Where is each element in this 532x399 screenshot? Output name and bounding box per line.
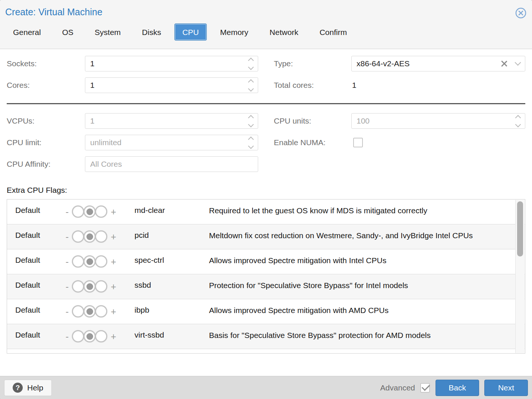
cpu-limit-input[interactable] — [85, 135, 258, 150]
create-vm-dialog: Create: Virtual Machine General OS Syste… — [0, 0, 532, 399]
cpu-flag-row-ibpb: Default - + ibpb Allows improved Spectre… — [7, 299, 525, 324]
tab-disks[interactable]: Disks — [134, 23, 169, 41]
next-button[interactable]: Next — [484, 380, 528, 396]
flag-tristate-slider[interactable]: - + — [66, 280, 134, 293]
flag-tristate-slider[interactable]: - + — [66, 255, 134, 268]
slider-on-option[interactable] — [95, 205, 107, 218]
window-title: Create: Virtual Machine — [0, 0, 532, 17]
chevron-down-icon[interactable] — [515, 60, 521, 66]
cpu-flags-table: Default - + md-clear Required to let the… — [7, 199, 525, 354]
slider-default-option[interactable] — [83, 205, 96, 218]
flag-description: Basis for "Speculative Store Bypass" pro… — [209, 329, 492, 341]
vcpus-input[interactable] — [85, 114, 258, 128]
slider-default-option[interactable] — [83, 255, 96, 268]
flag-description: Allows improved Spectre mitigation with … — [209, 255, 492, 266]
clear-icon[interactable] — [501, 60, 507, 67]
cpu-flag-row-pcid: Default - + pcid Meltdown fix cost reduc… — [7, 224, 525, 249]
flag-name: spec-ctrl — [134, 255, 209, 266]
help-button[interactable]: ? Help — [4, 380, 52, 396]
cpu-units-spinner — [516, 114, 520, 128]
flag-name: pcid — [134, 230, 209, 241]
flag-tristate-slider[interactable]: - + — [66, 305, 134, 317]
spinner-up-icon[interactable] — [248, 79, 254, 85]
slider-default-option[interactable] — [83, 330, 96, 342]
cpu-flag-row-ssbd: Default - + ssbd Protection for "Specula… — [7, 274, 525, 299]
spinner-down-icon[interactable] — [248, 143, 254, 149]
flag-state: Default — [15, 230, 66, 241]
slider-off-option[interactable] — [72, 205, 84, 218]
window-header: Create: Virtual Machine General OS Syste… — [0, 0, 532, 49]
cores-field — [85, 77, 258, 93]
tab-system[interactable]: System — [87, 23, 129, 41]
type-input[interactable] — [352, 56, 525, 71]
spinner-up-icon[interactable] — [248, 57, 254, 63]
sockets-label: Sockets: — [7, 59, 85, 68]
cpu-units-input[interactable] — [352, 114, 525, 128]
tab-memory[interactable]: Memory — [212, 23, 256, 41]
help-button-label: Help — [27, 383, 43, 392]
tab-os[interactable]: OS — [54, 23, 81, 41]
tab-network[interactable]: Network — [262, 23, 306, 41]
back-button[interactable]: Back — [436, 380, 479, 396]
vcpus-field — [85, 113, 258, 129]
spinner-up-icon[interactable] — [248, 136, 254, 142]
slider-minus-label: - — [66, 281, 69, 293]
enable-numa-checkbox[interactable] — [353, 138, 363, 147]
slider-on-option[interactable] — [95, 280, 107, 293]
slider-plus-label: + — [111, 256, 116, 268]
cpu-limit-label: CPU limit: — [7, 138, 85, 147]
flags-scrollbar-track[interactable] — [515, 200, 525, 353]
tab-confirm[interactable]: Confirm — [312, 23, 355, 41]
slider-minus-label: - — [66, 331, 69, 342]
flag-tristate-slider[interactable]: - + — [66, 330, 134, 342]
slider-off-option[interactable] — [72, 330, 84, 342]
close-icon[interactable] — [515, 7, 526, 19]
flag-state: Default — [15, 255, 66, 266]
slider-default-option[interactable] — [83, 230, 96, 243]
slider-off-option[interactable] — [72, 280, 84, 293]
flag-name: virt-ssbd — [134, 329, 209, 341]
cpu-flag-row-spec-ctrl: Default - + spec-ctrl Allows improved Sp… — [7, 249, 525, 274]
slider-on-option[interactable] — [95, 230, 107, 243]
advanced-checkbox[interactable] — [420, 383, 430, 393]
slider-off-option[interactable] — [72, 230, 84, 243]
spinner-down-icon[interactable] — [248, 121, 254, 127]
flag-tristate-slider[interactable]: - + — [66, 205, 134, 218]
flag-name: md-clear — [134, 205, 209, 216]
slider-off-option[interactable] — [72, 255, 84, 268]
slider-minus-label: - — [66, 206, 69, 218]
flag-tristate-slider[interactable]: - + — [66, 230, 134, 243]
spinner-down-icon[interactable] — [248, 64, 254, 70]
cpu-affinity-input[interactable] — [85, 157, 258, 172]
sockets-input[interactable] — [85, 56, 258, 71]
cpu-units-field — [351, 113, 525, 129]
cpu-affinity-label: CPU Affinity: — [7, 160, 85, 169]
tab-cpu[interactable]: CPU — [174, 23, 206, 41]
spinner-up-icon[interactable] — [515, 115, 521, 121]
flag-state: Default — [15, 304, 66, 316]
slider-minus-label: - — [66, 306, 69, 317]
tab-general[interactable]: General — [5, 23, 49, 41]
slider-default-option[interactable] — [83, 280, 96, 293]
slider-thumb — [86, 233, 93, 240]
cpu-affinity-field — [85, 156, 258, 172]
flags-scrollbar-thumb[interactable] — [517, 201, 523, 256]
slider-plus-label: + — [111, 231, 116, 243]
cores-spinner — [249, 78, 253, 93]
slider-plus-label: + — [111, 306, 116, 317]
slider-off-option[interactable] — [72, 305, 84, 317]
vcpus-label: VCPUs: — [7, 116, 85, 125]
flag-name: ssbd — [134, 280, 209, 291]
slider-default-option[interactable] — [83, 305, 96, 317]
slider-on-option[interactable] — [95, 255, 107, 268]
sockets-field — [85, 56, 258, 71]
sockets-spinner — [249, 56, 253, 71]
cores-input[interactable] — [85, 78, 258, 93]
spinner-down-icon[interactable] — [248, 86, 254, 92]
slider-on-option[interactable] — [95, 305, 107, 317]
spinner-down-icon[interactable] — [515, 121, 521, 127]
cpu-limit-field — [85, 135, 258, 150]
spinner-up-icon[interactable] — [248, 115, 254, 121]
slider-on-option[interactable] — [95, 330, 107, 342]
type-combo[interactable] — [351, 56, 525, 71]
